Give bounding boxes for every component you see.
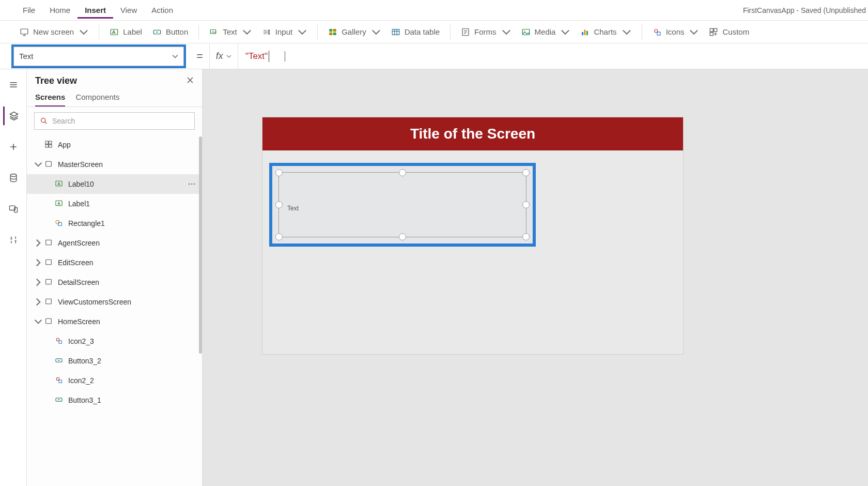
- insert-button-button[interactable]: Button: [147, 24, 193, 40]
- resize-handle[interactable]: [275, 169, 283, 176]
- svg-rect-7: [329, 29, 332, 32]
- selected-label-control[interactable]: Text: [278, 172, 526, 237]
- text-dropdown[interactable]: Abc Text: [204, 24, 257, 40]
- tree-item-label: Label1: [68, 200, 90, 208]
- svg-rect-22: [710, 32, 714, 35]
- close-panel-button[interactable]: [187, 75, 194, 86]
- resize-handle[interactable]: [399, 169, 406, 176]
- database-icon: [8, 173, 19, 183]
- forms-dropdown[interactable]: Forms: [456, 24, 516, 40]
- screen-title-bar[interactable]: Title of the Screen: [262, 117, 683, 150]
- input-dropdown[interactable]: Input: [257, 24, 312, 40]
- svg-text:Abc: Abc: [212, 30, 216, 33]
- rail-insert[interactable]: [3, 138, 24, 156]
- tree-item-editscreen[interactable]: EditScreen: [27, 253, 202, 272]
- chevron-right-icon[interactable]: [34, 298, 40, 306]
- gallery-dropdown[interactable]: Gallery: [323, 24, 386, 40]
- charts-dropdown[interactable]: Charts: [575, 24, 636, 40]
- tree-item-homescreen[interactable]: HomeScreen: [27, 312, 202, 331]
- tree-item-label: Icon2_2: [68, 376, 94, 385]
- media-dropdown[interactable]: Media: [516, 24, 576, 40]
- svg-rect-27: [45, 141, 48, 144]
- tree-item-label: DetailScreen: [58, 278, 99, 286]
- tree-item-button3_2[interactable]: Button3_2: [27, 351, 202, 371]
- search-placeholder: Search: [52, 117, 75, 125]
- rail-tools[interactable]: [3, 231, 24, 249]
- resize-handle[interactable]: [275, 233, 283, 240]
- data-table-button[interactable]: Data table: [386, 24, 445, 40]
- devices-icon: [8, 204, 19, 214]
- chevron-right-icon[interactable]: [34, 239, 40, 247]
- more-button[interactable]: ···: [188, 180, 196, 188]
- chevron-down-icon: [561, 27, 570, 37]
- chevron-down-icon[interactable]: [34, 160, 40, 169]
- equals-label: =: [190, 50, 209, 63]
- rail-media[interactable]: [3, 200, 24, 218]
- rail-data[interactable]: [3, 169, 24, 187]
- tree-item-viewcustomersscreen[interactable]: ViewCustomersScreen: [27, 292, 202, 312]
- text-icon: Abc: [209, 27, 219, 37]
- menu-home[interactable]: Home: [42, 2, 78, 19]
- tree-item-label1[interactable]: Label1: [27, 194, 202, 214]
- resize-handle[interactable]: [399, 233, 406, 240]
- new-screen-button[interactable]: New screen: [14, 24, 94, 40]
- tree-item-label10[interactable]: Label10···: [27, 174, 202, 194]
- tree-item-label: AgentScreen: [58, 239, 100, 247]
- svg-rect-45: [59, 380, 61, 383]
- fx-dropdown[interactable]: fx: [209, 43, 238, 69]
- svg-rect-42: [59, 341, 61, 343]
- chevron-right-icon[interactable]: [34, 259, 40, 267]
- chevron-down-icon: [172, 53, 178, 59]
- icon-icon: [55, 337, 64, 346]
- label-button[interactable]: Label: [104, 24, 147, 40]
- resize-handle[interactable]: [275, 201, 283, 208]
- selected-control-highlight: Text: [269, 163, 536, 247]
- scrollbar[interactable]: [199, 136, 202, 354]
- tree-item-icon2_2[interactable]: Icon2_2: [27, 371, 202, 390]
- svg-point-23: [10, 174, 17, 177]
- canvas-area[interactable]: Title of the Screen Text: [203, 69, 868, 486]
- screen-preview[interactable]: Title of the Screen Text: [262, 117, 684, 355]
- icons-icon: [653, 27, 662, 37]
- tree-item-icon2_3[interactable]: Icon2_3: [27, 331, 202, 351]
- menu-file[interactable]: File: [16, 2, 42, 19]
- tree-item-agentscreen[interactable]: AgentScreen: [27, 233, 202, 253]
- tree-item-button3_1[interactable]: Button3_1: [27, 390, 202, 410]
- tree-item-rectangle1[interactable]: Rectangle1: [27, 214, 202, 233]
- chevron-down-icon: [622, 27, 631, 37]
- custom-icon: [709, 27, 718, 37]
- search-input[interactable]: Search: [34, 112, 195, 130]
- ribbon-insert: New screen Label Button Abc Text Input G…: [0, 21, 868, 43]
- svg-rect-39: [46, 299, 52, 303]
- gallery-icon: [328, 27, 337, 37]
- property-dropdown-value: Text: [19, 52, 34, 60]
- tree-item-label: EditScreen: [58, 259, 93, 267]
- menu-action[interactable]: Action: [144, 2, 180, 19]
- tree-item-label: MasterScreen: [58, 160, 103, 169]
- svg-rect-37: [46, 260, 52, 264]
- chevron-right-icon[interactable]: [34, 278, 40, 286]
- resize-handle[interactable]: [522, 201, 530, 208]
- label-icon: [55, 199, 64, 208]
- rail-tree-view[interactable]: [3, 107, 24, 125]
- property-dropdown[interactable]: Text: [13, 47, 184, 66]
- formula-input[interactable]: "Text": [238, 43, 868, 69]
- menu-view[interactable]: View: [113, 2, 144, 19]
- svg-rect-31: [46, 161, 52, 166]
- tree-item-app[interactable]: App: [27, 135, 202, 155]
- icons-dropdown[interactable]: Icons: [647, 24, 704, 40]
- resize-handle[interactable]: [522, 169, 530, 176]
- resize-handle[interactable]: [522, 233, 530, 240]
- svg-rect-30: [49, 145, 52, 147]
- rail-hamburger[interactable]: [3, 75, 24, 94]
- tree-item-masterscreen[interactable]: MasterScreen: [27, 155, 202, 174]
- chevron-down-icon[interactable]: [34, 317, 40, 326]
- chevron-down-icon: [502, 27, 511, 37]
- svg-rect-11: [392, 29, 399, 35]
- tab-screens[interactable]: Screens: [35, 93, 65, 107]
- tree-item-detailscreen[interactable]: DetailScreen: [27, 272, 202, 292]
- svg-rect-38: [46, 279, 52, 284]
- menu-insert[interactable]: Insert: [78, 2, 113, 19]
- tab-components[interactable]: Components: [75, 93, 119, 107]
- custom-button[interactable]: Custom: [704, 24, 754, 40]
